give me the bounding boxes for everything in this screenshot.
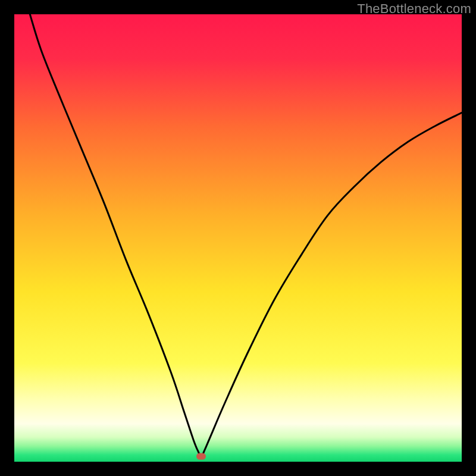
bottleneck-curve: [14, 14, 462, 462]
chart-stage: TheBottleneck.com: [0, 0, 476, 476]
optimal-point-marker: [196, 453, 206, 459]
watermark-text: TheBottleneck.com: [357, 1, 471, 17]
plot-area: [14, 14, 462, 462]
